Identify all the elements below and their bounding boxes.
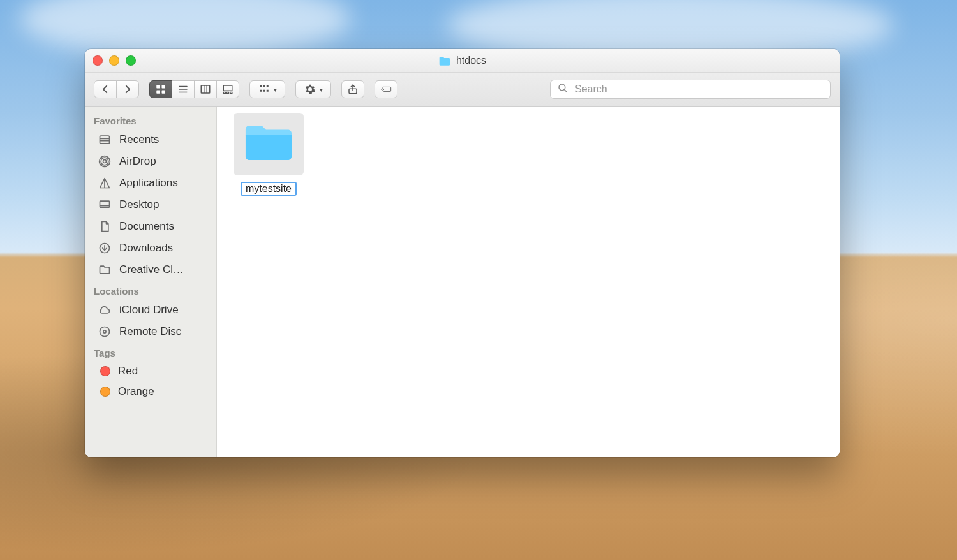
- svg-rect-17: [260, 90, 262, 92]
- view-gallery-button[interactable]: [216, 80, 239, 98]
- action-menu-button[interactable]: ▾: [295, 80, 331, 98]
- svg-rect-30: [100, 201, 110, 207]
- applications-icon: [98, 176, 112, 190]
- chevron-down-icon: ▾: [320, 86, 323, 93]
- svg-rect-12: [227, 92, 229, 94]
- group-icon: [258, 84, 270, 95]
- gear-icon: [304, 84, 316, 95]
- sidebar-header-locations: Locations: [85, 281, 216, 299]
- svg-rect-15: [263, 85, 265, 87]
- svg-rect-1: [162, 85, 165, 88]
- view-icons-button[interactable]: [149, 80, 172, 98]
- downloads-icon: [98, 241, 112, 255]
- sidebar-item-applications[interactable]: Applications: [85, 172, 216, 194]
- svg-rect-18: [263, 90, 265, 92]
- svg-rect-10: [223, 85, 232, 91]
- view-columns-button[interactable]: [194, 80, 217, 98]
- window-title-text: htdocs: [456, 55, 486, 66]
- window-zoom-button[interactable]: [126, 55, 136, 66]
- sidebar-item-remote-disc[interactable]: Remote Disc: [85, 321, 216, 343]
- sidebar: Favorites Recents AirDrop: [85, 107, 217, 457]
- group-by-button[interactable]: ▾: [249, 80, 285, 98]
- edit-tags-button[interactable]: [375, 80, 397, 98]
- sidebar-item-icloud-drive[interactable]: iCloud Drive: [85, 299, 216, 321]
- svg-rect-2: [156, 91, 160, 94]
- window-minimize-button[interactable]: [109, 55, 119, 66]
- toolbar: ▾ ▾: [85, 73, 840, 107]
- sidebar-tag-red[interactable]: Red: [85, 361, 216, 381]
- svg-point-34: [103, 330, 106, 333]
- share-icon: [347, 84, 359, 95]
- item-name-editor[interactable]: mytestsite: [241, 182, 297, 196]
- desktop-icon: [98, 198, 112, 212]
- window-close-button[interactable]: [93, 55, 103, 66]
- item-thumbnail[interactable]: [234, 113, 304, 175]
- sidebar-item-label: iCloud Drive: [119, 304, 179, 316]
- search-input[interactable]: [574, 83, 824, 96]
- sidebar-item-label: Red: [118, 365, 138, 378]
- sidebar-item-airdrop[interactable]: AirDrop: [85, 151, 216, 172]
- list-icon: [177, 84, 189, 95]
- finder-window: htdocs: [85, 49, 840, 457]
- sidebar-item-label: AirDrop: [119, 155, 156, 168]
- airdrop-icon: [98, 154, 112, 168]
- view-list-button[interactable]: [172, 80, 195, 98]
- chevron-left-icon: [100, 84, 111, 95]
- svg-rect-3: [162, 91, 165, 94]
- file-item[interactable]: mytestsite: [234, 113, 304, 196]
- columns-icon: [200, 84, 211, 95]
- tag-icon: [380, 84, 392, 95]
- desktop-background: htdocs: [0, 0, 957, 560]
- svg-point-27: [103, 160, 107, 163]
- window-body: Favorites Recents AirDrop: [85, 107, 840, 457]
- svg-rect-19: [266, 90, 268, 92]
- grid-icon: [155, 84, 167, 95]
- sidebar-item-label: Orange: [118, 385, 154, 398]
- sidebar-item-label: Desktop: [119, 198, 159, 211]
- svg-point-28: [101, 158, 108, 165]
- window-controls: [93, 55, 136, 66]
- tag-dot-icon: [100, 387, 110, 397]
- svg-point-21: [383, 89, 383, 89]
- sidebar-item-label: Creative Cl…: [119, 263, 184, 276]
- sidebar-item-label: Applications: [119, 177, 178, 189]
- sidebar-item-label: Documents: [119, 220, 174, 233]
- svg-rect-11: [223, 92, 225, 94]
- sidebar-item-label: Downloads: [119, 242, 173, 254]
- folder-icon: [242, 122, 295, 166]
- svg-rect-14: [260, 85, 262, 87]
- sidebar-item-downloads[interactable]: Downloads: [85, 237, 216, 259]
- sidebar-item-recents[interactable]: Recents: [85, 129, 216, 151]
- svg-rect-13: [230, 92, 232, 94]
- sidebar-item-documents[interactable]: Documents: [85, 216, 216, 237]
- folder-icon: [98, 263, 112, 277]
- nav-buttons: [94, 80, 139, 98]
- back-button[interactable]: [94, 80, 117, 98]
- window-title: htdocs: [438, 55, 486, 66]
- forward-button[interactable]: [116, 80, 139, 98]
- titlebar[interactable]: htdocs: [85, 49, 840, 73]
- sidebar-item-label: Recents: [119, 133, 159, 146]
- sidebar-tag-orange[interactable]: Orange: [85, 381, 216, 402]
- chevron-down-icon: ▾: [274, 86, 277, 93]
- content-area[interactable]: mytestsite: [217, 107, 840, 457]
- gallery-icon: [222, 84, 234, 95]
- folder-icon: [438, 56, 451, 66]
- cloud-icon: [98, 303, 112, 317]
- svg-line-23: [564, 89, 567, 92]
- svg-rect-7: [201, 85, 210, 93]
- documents-icon: [98, 219, 112, 233]
- sidebar-header-tags: Tags: [85, 343, 216, 361]
- svg-rect-16: [266, 85, 268, 87]
- recents-icon: [98, 133, 112, 147]
- sidebar-item-desktop[interactable]: Desktop: [85, 194, 216, 216]
- tag-dot-icon: [100, 366, 110, 376]
- svg-point-33: [100, 327, 110, 337]
- item-name[interactable]: mytestsite: [246, 183, 292, 194]
- search-field[interactable]: [550, 80, 831, 99]
- svg-rect-0: [156, 85, 160, 88]
- view-mode-buttons: [149, 80, 239, 98]
- share-button[interactable]: [341, 80, 364, 98]
- sidebar-item-creative-cloud[interactable]: Creative Cl…: [85, 259, 216, 281]
- sidebar-item-label: Remote Disc: [119, 325, 181, 338]
